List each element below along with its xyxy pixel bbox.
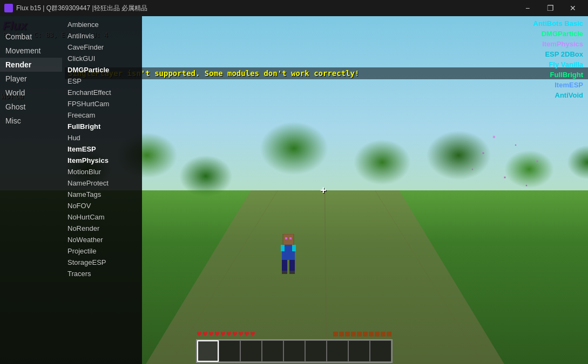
module-hud[interactable]: Hud — [62, 132, 142, 143]
titlebar-title: Flux b15 | Q群369309447 |轻狂出品 必属精品 — [16, 4, 517, 13]
flowers-decoration — [451, 121, 559, 202]
module-list: Ambience AntiInvis CaveFinder ClickGUI D… — [62, 16, 142, 364]
active-mod-esp2dbox: ESP 2DBox — [543, 50, 585, 59]
sidebar-item-world[interactable]: World — [0, 86, 62, 100]
minimize-button[interactable]: − — [517, 0, 538, 16]
module-fpshurtcam[interactable]: FPSHurtCam — [62, 98, 142, 109]
svg-rect-9 — [281, 245, 285, 251]
module-dmgparticle[interactable]: DMGParticle — [62, 64, 142, 75]
hotbar-slot-9[interactable] — [370, 340, 391, 362]
food-6 — [363, 332, 368, 336]
titlebar: Flux b15 | Q群369309447 |轻狂出品 必属精品 − ❐ ✕ — [0, 0, 588, 16]
module-tracers[interactable]: Tracers — [62, 268, 142, 279]
warning-message: SinglePlayer isn't supported. Some modul… — [65, 67, 588, 79]
svg-rect-13 — [282, 271, 287, 274]
hotbar-slot-6[interactable] — [305, 340, 327, 362]
sidebar-item-combat[interactable]: Combat — [0, 30, 62, 44]
module-nameprotect[interactable]: NameProtect — [62, 177, 142, 189]
module-freecam[interactable]: Freecam — [62, 109, 142, 121]
hotbar-slot-8[interactable] — [348, 340, 370, 362]
close-button[interactable]: ✕ — [562, 0, 584, 16]
heart-7 — [233, 332, 238, 336]
heart-3 — [209, 332, 214, 336]
food-3 — [345, 332, 350, 336]
active-modules-panel: AntiBots Basic DMGParticle ItemPhysics E… — [531, 19, 586, 100]
active-mod-antibots: AntiBots Basic — [531, 19, 586, 28]
sidebar-item-misc[interactable]: Misc — [0, 114, 62, 128]
hotbar-slot-3[interactable] — [240, 340, 262, 362]
module-fullbright[interactable]: FullBright — [62, 121, 142, 132]
hotbar-slot-7[interactable] — [327, 340, 348, 362]
food-5 — [357, 332, 362, 336]
heart-1 — [197, 332, 202, 336]
active-mod-itemesp: ItemESP — [552, 80, 585, 90]
module-motionblur[interactable]: MotionBlur — [62, 166, 142, 177]
restore-button[interactable]: ❐ — [539, 0, 561, 16]
food-9 — [381, 332, 386, 336]
module-clickgui[interactable]: ClickGUI — [62, 53, 142, 64]
hotbar-slot-1[interactable] — [197, 340, 219, 362]
module-nofov[interactable]: NoFOV — [62, 200, 142, 211]
module-storageesp[interactable]: StorageESP — [62, 257, 142, 268]
module-nohurtcam[interactable]: NoHurtCam — [62, 211, 142, 223]
food-bar — [333, 332, 391, 336]
sidebar-item-ghost[interactable]: Ghost — [0, 100, 62, 114]
module-cavefinder[interactable]: CaveFinder — [62, 42, 142, 53]
sidebar: Combat Movement Render Player World Ghos… — [0, 16, 62, 364]
sidebar-item-render[interactable]: Render — [0, 58, 62, 72]
module-enchanteffect[interactable]: EnchantEffect — [62, 87, 142, 98]
svg-rect-7 — [289, 237, 292, 239]
heart-5 — [221, 332, 226, 336]
svg-rect-12 — [289, 260, 295, 271]
svg-rect-6 — [285, 237, 287, 239]
active-mod-dmgparticle: DMGParticle — [539, 29, 585, 38]
hotbar — [196, 339, 393, 363]
food-8 — [375, 332, 380, 336]
health-bar — [197, 332, 255, 336]
svg-rect-11 — [282, 260, 287, 271]
svg-rect-10 — [292, 245, 296, 251]
active-mod-itemphysics: ItemPhysics — [540, 39, 585, 49]
module-antiinvis[interactable]: AntiInvis — [62, 30, 142, 42]
module-esp[interactable]: ESP — [62, 75, 142, 87]
module-nametags[interactable]: NameTags — [62, 189, 142, 200]
hotbar-slot-2[interactable] — [219, 340, 240, 362]
heart-8 — [239, 332, 244, 336]
food-1 — [333, 332, 338, 336]
heart-6 — [227, 332, 232, 336]
hotbar-area — [196, 332, 393, 364]
sidebar-item-movement[interactable]: Movement — [0, 44, 62, 58]
game-area: Flux 84 Avg, C: 83, E: 4+0, U: 4 SingleP… — [0, 16, 588, 364]
food-2 — [339, 332, 344, 336]
player-character — [278, 234, 299, 277]
heart-4 — [215, 332, 220, 336]
active-mod-antivoid: AntiVoid — [553, 91, 585, 100]
heart-10 — [251, 332, 255, 336]
active-mod-flyvanilla: Fly Vanilla — [546, 60, 585, 69]
food-4 — [351, 332, 356, 336]
module-projectile[interactable]: Projectile — [62, 245, 142, 257]
food-7 — [369, 332, 374, 336]
module-ambience[interactable]: Ambience — [62, 19, 142, 30]
food-10 — [387, 332, 391, 336]
sidebar-item-player[interactable]: Player — [0, 72, 62, 86]
heart-2 — [203, 332, 208, 336]
module-norender[interactable]: NoRender — [62, 223, 142, 234]
hotbar-slot-4[interactable] — [262, 340, 283, 362]
crosshair: + — [320, 184, 327, 196]
module-noweather[interactable]: NoWeather — [62, 234, 142, 245]
active-mod-fullbright: FullBright — [548, 70, 585, 79]
heart-9 — [245, 332, 249, 336]
bars-row — [197, 332, 391, 338]
module-itemesp[interactable]: ItemESP — [62, 143, 142, 155]
svg-rect-14 — [289, 271, 295, 274]
hotbar-slot-5[interactable] — [283, 340, 305, 362]
svg-rect-4 — [283, 234, 294, 245]
module-itemphysics[interactable]: ItemPhysics — [62, 155, 142, 166]
window-controls: − ❐ ✕ — [517, 0, 584, 16]
app-icon — [4, 4, 13, 12]
